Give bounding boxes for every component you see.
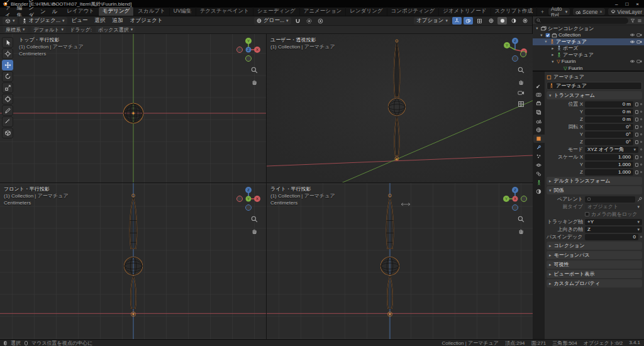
- animate-dot-icon[interactable]: [640, 133, 642, 135]
- outliner-row-armature-data[interactable]: ▸ アーマチュア: [533, 52, 644, 59]
- cursor-tool[interactable]: [2, 48, 13, 59]
- transform-tool[interactable]: [2, 94, 13, 104]
- lock-icon[interactable]: [635, 110, 638, 114]
- mode-dropdown[interactable]: オブジェク...▾: [19, 17, 67, 25]
- scale-x-field[interactable]: 1.000: [585, 154, 633, 160]
- viewport-user[interactable]: ユーザー・透視投影 (1) Collection | アーマチュア Z X Y: [267, 34, 533, 182]
- section-visibility[interactable]: ▸可視性: [547, 260, 642, 269]
- tab-modifiers[interactable]: [533, 143, 545, 152]
- render-camera-icon[interactable]: [636, 33, 642, 37]
- animate-dot-icon[interactable]: [640, 148, 642, 150]
- render-camera-icon[interactable]: [636, 40, 642, 44]
- tab-modeling[interactable]: モデリング: [99, 7, 135, 16]
- tab-layout[interactable]: レイアウト: [63, 7, 99, 16]
- proportional-edit-toggle[interactable]: [316, 17, 325, 25]
- filter-funnel-icon[interactable]: [630, 18, 635, 23]
- transform-orientation-dropdown[interactable]: グロー...▾: [254, 17, 291, 25]
- lock-icon[interactable]: [635, 170, 638, 174]
- tracking-axis-dropdown[interactable]: +Y▾: [585, 219, 642, 225]
- outliner-row-fuurin-object[interactable]: ▾ ▽ Fuurin: [533, 59, 644, 65]
- outliner-options-icon[interactable]: [637, 18, 642, 23]
- location-z-field[interactable]: 0 m: [585, 116, 633, 123]
- auto-save-dropdown[interactable]: Auto Rel...▾: [548, 8, 570, 15]
- breadcrumb-object-name[interactable]: アーマチュア: [553, 74, 584, 81]
- menu-select[interactable]: 選択: [92, 17, 108, 25]
- tab-tool[interactable]: [533, 82, 545, 90]
- tab-compositing[interactable]: コンポジティング: [387, 7, 440, 16]
- viewport-top[interactable]: トップ・平行投影 (1) Collection | アーマチュア Centime…: [0, 34, 266, 182]
- shading-solid-button[interactable]: [497, 17, 507, 25]
- expand-icon[interactable]: ▾: [543, 39, 548, 44]
- shading-rendered-button[interactable]: [520, 17, 530, 25]
- tab-object[interactable]: [533, 135, 545, 143]
- checkbox-checked-icon[interactable]: [545, 33, 550, 38]
- outliner-row-collection[interactable]: ▾ Collection: [533, 32, 644, 39]
- xray-toggle[interactable]: [475, 17, 484, 25]
- section-viewport-display[interactable]: ▸ビューポート表示: [547, 270, 642, 278]
- gizmo-toggle[interactable]: [452, 17, 462, 25]
- shading-material-button[interactable]: [509, 17, 518, 25]
- rotation-z-field[interactable]: 0°: [585, 139, 633, 145]
- viewlayer-selector[interactable]: ViewLayer×: [608, 8, 644, 15]
- pan-hand-icon[interactable]: [518, 227, 525, 234]
- animate-dot-icon[interactable]: [640, 103, 642, 105]
- shading-wireframe-button[interactable]: [486, 17, 496, 25]
- tab-output[interactable]: [533, 99, 545, 108]
- lock-icon[interactable]: [635, 155, 638, 159]
- measure-tool[interactable]: [2, 116, 13, 127]
- viewport-right[interactable]: ライト・平行投影 (1) Collection | アーマチュア Centime…: [267, 183, 533, 339]
- section-motion-paths[interactable]: ▸モーションパス: [547, 251, 642, 259]
- navigation-gizmo[interactable]: Z Y X: [501, 185, 529, 213]
- parent-type-dropdown[interactable]: オブジェクト▾: [585, 204, 642, 210]
- lock-icon[interactable]: [635, 103, 638, 106]
- outliner-search-input[interactable]: [542, 18, 626, 23]
- editor-type-dropdown[interactable]: ▾: [3, 17, 18, 25]
- section-relations[interactable]: ▾関係: [547, 186, 642, 194]
- zoom-icon[interactable]: [518, 67, 525, 74]
- rotation-y-field[interactable]: 0°: [585, 131, 633, 138]
- ortho-perspective-icon[interactable]: [518, 101, 525, 108]
- pan-hand-icon[interactable]: [251, 78, 258, 85]
- tab-physics[interactable]: [533, 161, 545, 169]
- rotation-mode-dropdown[interactable]: XYZ オイラー角▾: [585, 147, 638, 153]
- viewport-front[interactable]: フロント・平行投影 (1) Collection | アーマチュア Centim…: [0, 183, 266, 339]
- snap-toggle[interactable]: [293, 17, 303, 25]
- tab-sculpting[interactable]: スカルプト: [134, 7, 170, 16]
- tab-scripting[interactable]: スクリプト作成: [491, 7, 538, 16]
- overlays-toggle[interactable]: [464, 17, 473, 25]
- scale-tool[interactable]: [2, 82, 13, 93]
- visibility-eye-icon[interactable]: [630, 40, 635, 44]
- animate-dot-icon[interactable]: [640, 164, 642, 165]
- pivot-point-dropdown[interactable]: [304, 17, 314, 25]
- lock-icon[interactable]: [635, 163, 638, 167]
- maximize-button[interactable]: □: [625, 1, 628, 7]
- object-name-field[interactable]: アーマチュア: [547, 82, 642, 90]
- expand-icon[interactable]: ▾: [550, 59, 555, 64]
- add-workspace-button[interactable]: +: [537, 8, 548, 16]
- tab-object-data[interactable]: [533, 179, 545, 187]
- animate-dot-icon[interactable]: [640, 118, 642, 120]
- tab-animation[interactable]: アニメーション: [300, 7, 347, 16]
- lock-icon[interactable]: [635, 140, 638, 144]
- outliner-row-fuurin-data[interactable]: ▽ Fuurin: [533, 65, 644, 72]
- camera-view-icon[interactable]: [518, 89, 525, 96]
- section-transform[interactable]: ▾ トランスフォーム: [547, 91, 642, 99]
- navigation-gizmo[interactable]: Z X Y: [501, 36, 529, 64]
- lock-icon[interactable]: [635, 133, 638, 137]
- minimize-button[interactable]: –: [615, 1, 618, 7]
- animate-dot-icon[interactable]: [640, 126, 642, 128]
- add-primitive-tool[interactable]: [2, 128, 13, 138]
- tab-texture-paint[interactable]: テクスチャペイント: [196, 7, 253, 16]
- animate-dot-icon[interactable]: [640, 156, 642, 158]
- tab-particles[interactable]: [533, 152, 545, 160]
- camera-parent-lock-checkbox[interactable]: [585, 212, 589, 216]
- tab-rendering[interactable]: レンダリング: [346, 7, 387, 16]
- section-custom-properties[interactable]: ▸カスタムプロパティ: [547, 279, 642, 287]
- menu-add[interactable]: 追加: [110, 17, 126, 25]
- section-collections[interactable]: ▸コレクション: [547, 242, 642, 250]
- expand-icon[interactable]: ▾: [535, 26, 540, 31]
- outliner-row-pose[interactable]: ▸ ポーズ: [533, 45, 644, 52]
- eyedropper-icon[interactable]: [637, 197, 642, 202]
- navigation-gizmo[interactable]: Y X Z: [235, 36, 262, 64]
- tab-render[interactable]: [533, 91, 545, 99]
